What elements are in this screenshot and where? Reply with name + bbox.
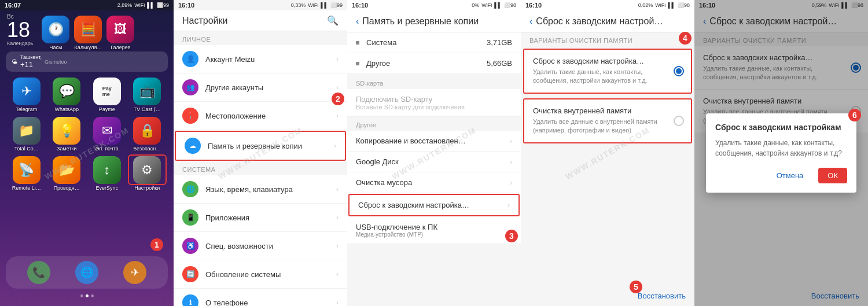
battery-percent-home: 2,89% (117, 2, 133, 8)
settings-label: Настройки (134, 185, 160, 191)
cancel-button[interactable]: Отмена (767, 168, 813, 183)
whatsapp-label: WhatsApp (54, 106, 79, 112)
email-app[interactable]: ✉ Эл. почта (89, 117, 125, 152)
gallery-icon: 🖼 (106, 16, 134, 43)
search-icon[interactable]: 🔍 (327, 15, 339, 26)
lang-chevron (336, 185, 339, 193)
dock-browser[interactable]: 🌐 (75, 261, 98, 284)
notes-app[interactable]: 💡 Заметки (49, 117, 85, 152)
signal-memory: ▌▌ (494, 2, 502, 8)
back-button-reset[interactable] (529, 15, 532, 27)
reset-header: Сброс к заводским настрой… (521, 10, 694, 32)
factory-radio[interactable] (674, 66, 684, 76)
eversync-app[interactable]: ↕ EverSync (89, 156, 125, 191)
page-dots (0, 294, 174, 297)
weather-provider: Gismeteo (45, 59, 67, 65)
settings-header: Настройки 🔍 (174, 10, 347, 31)
meizu-chevron (336, 55, 339, 63)
telegram-icon: ✈ (13, 78, 41, 105)
memory-text: Память и резервные копии (208, 142, 334, 150)
signal-home: ▌▌ (147, 2, 155, 8)
remote-app[interactable]: 📡 Remote Li… (9, 156, 45, 191)
sd-item[interactable]: Подключить SD-карту Вставьте SD-карту дл… (347, 89, 521, 117)
gallery-label: Галерея (111, 45, 131, 50)
access-chevron (336, 242, 339, 250)
settings-item-apps[interactable]: 📱 Приложения (174, 204, 347, 232)
usb-desc: Медиа-устройство (МТР) (356, 231, 512, 238)
memory-page-title: Память и резервные копии (362, 16, 479, 27)
remote-icon: 📡 (13, 156, 41, 184)
reset-option-factory[interactable]: Сброс к заводским настройка… Удалить так… (523, 49, 692, 94)
step-3: 3 (505, 230, 518, 242)
clock-app[interactable]: 🕐 Часы (42, 16, 69, 50)
weather-icon: 🌤 (12, 58, 17, 65)
about-text: О телефоне (205, 298, 336, 307)
settings-page-title: Настройки (182, 16, 227, 26)
apps-icon: 📱 (182, 209, 198, 226)
tv-label: TV Cast (… (134, 106, 161, 112)
battery-memory: ⬜98 (504, 2, 516, 8)
files-app[interactable]: 📂 Проводн… (49, 156, 85, 191)
usb-item[interactable]: USB-подключение к ПК Медиа-устройство (М… (347, 217, 521, 244)
payme-label: Payme (99, 106, 115, 112)
dock-phone[interactable]: 📞 (27, 261, 50, 284)
payme-app[interactable]: Payme Payme (89, 78, 125, 112)
files-label: Проводн… (54, 185, 80, 191)
gdrive-chevron (510, 158, 512, 166)
battery-home: ⬜99 (157, 2, 169, 8)
gdrive-item[interactable]: Google Диск (347, 152, 521, 172)
reset-option-internal[interactable]: Очистка внутренней памяти Удалить все да… (523, 98, 692, 143)
screen-settings: 16:10 0,33% WiFi ▌▌ ⬜99 Настройки 🔍 Личн… (174, 0, 347, 306)
settings-item-about[interactable]: ℹ О телефоне (174, 289, 347, 306)
settings-item-lang[interactable]: 🌐 Язык, время, клавиатура (174, 175, 347, 204)
status-bar-home: 16:07 2,89% WiFi ▌▌ ⬜99 (0, 0, 174, 10)
reset-item[interactable]: Сброс к заводским настройка… (348, 194, 520, 216)
accounts-icon: 👥 (182, 79, 198, 95)
cleanup-item[interactable]: Очистка мусора (347, 172, 521, 193)
status-bar-memory: 16:10 0% WiFi ▌▌ ⬜98 (347, 0, 521, 10)
email-label: Эл. почта (95, 146, 119, 152)
gallery-app[interactable]: 🖼 Галерея (106, 16, 134, 50)
whatsapp-app[interactable]: 💬 WhatsApp (49, 78, 85, 112)
settings-app[interactable]: ⚙ Настройки (130, 156, 165, 191)
settings-item-accounts[interactable]: 👥 Другие аккаунты (174, 73, 347, 102)
settings-item-update[interactable]: 🔄 Обновление системы (174, 260, 347, 289)
screen-memory: 16:10 0% WiFi ▌▌ ⬜98 Память и резервные … (347, 0, 521, 306)
security-app[interactable]: 🔒 Безопасн… (130, 117, 165, 152)
access-icon: ♿ (182, 238, 198, 254)
weather-temp: +11 (20, 60, 42, 69)
about-icon: ℹ (182, 294, 198, 306)
access-text: Спец. возможности (205, 242, 336, 250)
internal-radio[interactable] (674, 116, 684, 126)
backup-item[interactable]: Копирование и восстановлен… (347, 131, 521, 152)
back-button-memory[interactable] (356, 15, 359, 27)
section-system: Система (174, 161, 347, 175)
settings-item-memory[interactable]: ☁ Память и резервные копии (175, 131, 346, 161)
calc-app[interactable]: 🧮 Калькуля… (74, 16, 102, 50)
restore-button[interactable]: Восстановить (638, 292, 686, 300)
dock-maps[interactable]: ✈ (123, 261, 146, 284)
tv-icon: 📺 (133, 78, 161, 105)
notes-label: Заметки (57, 146, 76, 152)
accounts-chevron (336, 83, 339, 91)
tv-app[interactable]: 📺 TV Cast (… (130, 78, 165, 112)
update-chevron (336, 270, 339, 278)
dialog-title: Сброс к заводским настройкам (715, 123, 847, 132)
apps-text: Приложения (205, 213, 336, 222)
status-bar-settings: 16:10 0,33% WiFi ▌▌ ⬜99 (174, 0, 347, 10)
settings-item-location[interactable]: 📍 Местоположение (174, 102, 347, 130)
total-app[interactable]: 📁 Total Co… (9, 117, 45, 152)
reset-text: Сброс к заводским настройка… (358, 201, 507, 209)
memory-item-other: Другое 5,66GB (347, 53, 521, 74)
files-icon: 📂 (53, 156, 80, 184)
whatsapp-icon: 💬 (53, 78, 80, 105)
settings-item-access[interactable]: ♿ Спец. возможности (174, 232, 347, 260)
settings-item-meizu[interactable]: 👤 Аккаунт Meizu (174, 45, 347, 73)
battery-settings: ⬜99 (330, 2, 343, 8)
telegram-app[interactable]: ✈ Telegram (9, 78, 45, 112)
ok-button[interactable]: ОК (818, 168, 847, 183)
system-dot (356, 41, 359, 45)
eversync-icon: ↕ (93, 156, 121, 184)
factory-reset-title: Сброс к заводским настройка… (533, 57, 668, 65)
app-grid: ✈ Telegram 💬 WhatsApp Payme Payme 📺 TV C… (0, 75, 174, 194)
